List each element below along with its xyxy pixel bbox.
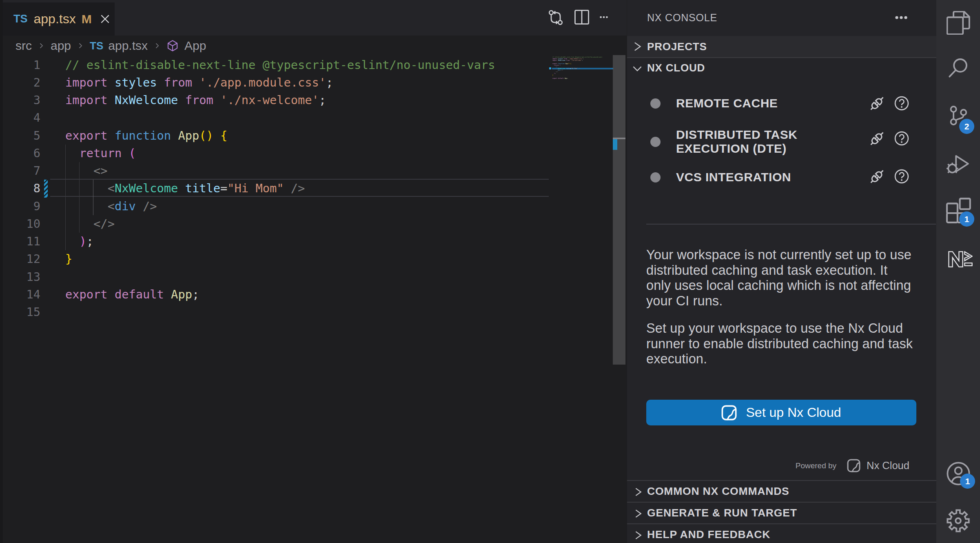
accounts-badge: 1 bbox=[960, 474, 975, 489]
code-line-12: } bbox=[65, 250, 72, 268]
nx-console-panel: NX CONSOLE PROJECTS NX CLOUD REMOTE CACH… bbox=[627, 0, 936, 543]
feature-label: VCS INTEGRATION bbox=[676, 170, 791, 184]
setup-nx-cloud-button[interactable]: Set up Nx Cloud bbox=[646, 400, 916, 425]
activity-search[interactable] bbox=[936, 57, 980, 80]
split-editor-icon[interactable] bbox=[573, 9, 590, 26]
gear-icon bbox=[946, 509, 970, 533]
breadcrumb-chevron-icon bbox=[153, 42, 161, 50]
nx-cloud-icon bbox=[721, 405, 737, 421]
activity-accounts[interactable]: 1 bbox=[936, 461, 980, 486]
line-number: 2 bbox=[16, 74, 40, 91]
section-generate-run-target[interactable]: GENERATE & RUN TARGET bbox=[627, 502, 936, 524]
code-line-9: <div /> bbox=[552, 69, 563, 71]
symbol-method-icon bbox=[166, 40, 179, 52]
cloud-description: Your workspace is not currently set up t… bbox=[646, 247, 923, 309]
section-projects[interactable]: PROJECTS bbox=[627, 36, 936, 57]
files-icon bbox=[947, 11, 970, 35]
activity-settings[interactable] bbox=[936, 509, 980, 533]
panel-more-actions-icon[interactable] bbox=[895, 15, 907, 20]
code-line-2: import styles from './app.module.css'; bbox=[65, 74, 333, 91]
chevron-right-icon bbox=[632, 486, 644, 498]
tab-app-tsx[interactable]: TS app.tsx M bbox=[3, 2, 115, 36]
code-line-1: // eslint-disable-next-line @typescript-… bbox=[65, 56, 495, 74]
typescript-file-icon: TS bbox=[13, 13, 28, 25]
line-number: 11 bbox=[16, 233, 40, 250]
code-line-3: import NxWelcome from './nx-welcome'; bbox=[552, 60, 583, 61]
activity-source-control[interactable]: 2 bbox=[936, 104, 980, 127]
typescript-file-icon: TS bbox=[90, 40, 103, 52]
activity-extensions[interactable]: 1 bbox=[936, 198, 980, 224]
minimap-modified-marker bbox=[549, 67, 551, 69]
code-line-7: <> bbox=[65, 162, 108, 180]
section-common-nx-commands[interactable]: COMMON NX COMMANDS bbox=[627, 481, 936, 502]
line-number: 13 bbox=[16, 268, 40, 286]
tab-close-icon[interactable] bbox=[100, 13, 111, 24]
extensions-badge: 1 bbox=[959, 211, 974, 227]
chevron-down-icon bbox=[631, 62, 644, 75]
minimap[interactable]: // eslint-disable-next-line @typescript-… bbox=[552, 56, 616, 105]
window-left-edge bbox=[0, 0, 3, 543]
code-line-14: export default App; bbox=[552, 78, 568, 79]
feature-vcs-integration[interactable]: VCS INTEGRATION bbox=[627, 165, 936, 190]
activity-explorer[interactable] bbox=[936, 11, 980, 35]
chevron-right-icon bbox=[632, 507, 644, 520]
feature-remote-cache[interactable]: REMOTE CACHE bbox=[627, 91, 936, 116]
line-number: 4 bbox=[16, 109, 40, 127]
line-number: 8 bbox=[16, 180, 40, 197]
help-question-icon[interactable] bbox=[894, 131, 909, 146]
code-editor[interactable]: 123456789101112131415 // eslint-disable-… bbox=[3, 56, 613, 543]
connect-icon[interactable] bbox=[868, 168, 886, 185]
line-number: 15 bbox=[16, 303, 40, 321]
breadcrumb-folder[interactable]: app bbox=[51, 39, 71, 53]
code-line-7: <> bbox=[552, 66, 557, 68]
code-line-10: </> bbox=[65, 215, 115, 233]
section-label: PROJECTS bbox=[647, 40, 707, 53]
code-line-5: export function App() { bbox=[552, 63, 571, 65]
section-help-and-feedback[interactable]: HELP AND FEEDBACK bbox=[627, 524, 936, 543]
activity-bar: 2 1 bbox=[936, 0, 980, 543]
line-number: 12 bbox=[16, 250, 40, 268]
code-line-1: // eslint-disable-next-line @typescript-… bbox=[552, 56, 602, 58]
line-number: 10 bbox=[16, 215, 40, 233]
section-label: HELP AND FEEDBACK bbox=[647, 528, 770, 541]
section-label: NX CLOUD bbox=[647, 62, 705, 74]
code-line-5: export function App() { bbox=[65, 127, 227, 145]
line-number: 6 bbox=[16, 145, 40, 162]
chevron-right-icon bbox=[631, 40, 644, 53]
breadcrumb-file[interactable]: app.tsx bbox=[108, 39, 148, 53]
line-number: 1 bbox=[16, 56, 40, 74]
separator bbox=[646, 224, 936, 225]
code-line-6: return ( bbox=[65, 145, 136, 162]
connect-icon[interactable] bbox=[868, 95, 886, 112]
breadcrumb-symbol[interactable]: App bbox=[184, 39, 206, 53]
nx-console-icon bbox=[948, 251, 973, 267]
breadcrumb-chevron-icon bbox=[37, 42, 45, 50]
help-question-icon[interactable] bbox=[894, 96, 909, 111]
line-number: 7 bbox=[16, 162, 40, 180]
activity-run-debug[interactable] bbox=[936, 152, 980, 176]
section-label: COMMON NX COMMANDS bbox=[647, 485, 789, 498]
git-modified-gutter-marker bbox=[44, 180, 48, 197]
code-line-9: <div /> bbox=[65, 198, 157, 215]
help-question-icon[interactable] bbox=[894, 169, 909, 184]
connect-icon[interactable] bbox=[868, 130, 886, 147]
debug-icon bbox=[947, 152, 970, 176]
bullet-dot-icon bbox=[650, 98, 661, 109]
section-nx-cloud[interactable]: NX CLOUD bbox=[627, 58, 936, 79]
nx-cloud-icon bbox=[847, 459, 860, 472]
code-line-11: ); bbox=[65, 233, 93, 250]
feature-distributed-task-execution[interactable]: DISTRIBUTED TASK EXECUTION (DTE) bbox=[627, 125, 936, 164]
open-changes-icon[interactable] bbox=[547, 8, 565, 27]
code-line-11: ); bbox=[552, 73, 556, 74]
editor-scrollbar[interactable] bbox=[613, 55, 625, 365]
code-line-3: import NxWelcome from './nx-welcome'; bbox=[65, 91, 326, 109]
editor-more-actions-icon[interactable] bbox=[600, 15, 608, 19]
powered-by: Powered by Nx Cloud bbox=[796, 459, 909, 472]
code-line-10: </> bbox=[552, 71, 558, 73]
bullet-dot-icon bbox=[650, 137, 661, 147]
tab-git-modified-badge: M bbox=[82, 12, 92, 26]
chevron-right-icon bbox=[632, 529, 644, 541]
breadcrumb-folder[interactable]: src bbox=[16, 39, 32, 53]
activity-nx-console[interactable] bbox=[936, 251, 980, 267]
code-line-8: <NxWelcome title="Hi Mom" /> bbox=[552, 68, 580, 69]
